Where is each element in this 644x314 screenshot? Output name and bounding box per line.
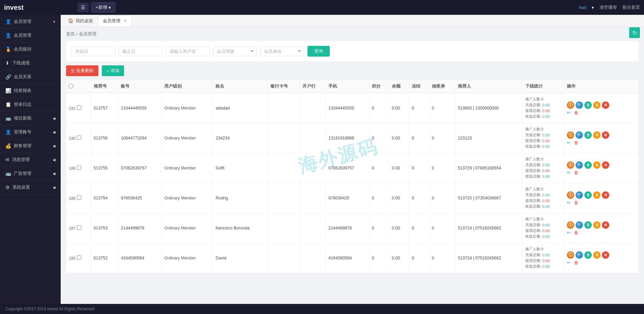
td-bank-card (267, 153, 299, 183)
sidebar-item-member-list[interactable]: 👤 会员管理 (0, 29, 61, 42)
delete-action-button[interactable]: ✕ (602, 131, 609, 139)
frontend-home-button[interactable]: 前台首页 (622, 4, 640, 10)
delete-button[interactable]: 🗑 (574, 200, 578, 205)
recharge-button[interactable]: $ (584, 191, 592, 199)
refresh-button[interactable]: ↻ (629, 27, 640, 38)
td-level: Ordinary Member (162, 123, 213, 153)
identity-select[interactable]: 会员身份 (260, 46, 304, 56)
row-checkbox[interactable] (77, 195, 81, 200)
add-icon: + (107, 68, 109, 73)
delete-button[interactable]: 🗑 (574, 230, 578, 235)
sidebar-item-login-log[interactable]: 📋 登录日志 (0, 98, 61, 112)
search-button[interactable]: 🔍 (576, 131, 583, 139)
member-table: 推荐号 账号 用户级别 姓名 银行卡号 开户行 手机 积分 余额 冻结 抽奖券 … (66, 80, 639, 273)
topbar-right: fool ▾ 清空缓存 前台首页 (579, 4, 640, 10)
sidebar-item-finance[interactable]: 💰 财务管理 ◀ (0, 139, 61, 153)
edit-button[interactable]: ✏ (567, 140, 570, 145)
withdraw-button[interactable]: ¥ (593, 251, 601, 259)
sidebar-item-manage-acct[interactable]: 👤 管理账号 ◀ (0, 125, 61, 139)
recharge-button[interactable]: $ (584, 161, 592, 169)
new-add-button[interactable]: +新增 ▾ (91, 2, 115, 12)
delete-action-button[interactable]: ✕ (602, 251, 609, 259)
start-date-input[interactable] (71, 46, 115, 56)
row-checkbox[interactable] (77, 165, 81, 170)
info-button[interactable]: ⓘ (567, 221, 574, 229)
td-bank-card (267, 93, 299, 123)
tab-label: 我的桌面 (76, 18, 93, 24)
td-bank-card (267, 183, 299, 213)
recharge-button[interactable]: $ (584, 251, 592, 259)
sidebar: 👤 会员管理 ▾ 👤 会员管理 🏅 会员级别 ⬇ 下线成绩 🔗 会员关系 📊 结… (0, 15, 61, 304)
withdraw-button[interactable]: ¥ (593, 101, 601, 109)
tab-close-icon[interactable]: ✕ (124, 19, 127, 23)
td-num: 190 (66, 123, 91, 153)
row-checkbox[interactable] (77, 105, 81, 110)
th-referrer: 推荐人 (455, 80, 522, 93)
recharge-button[interactable]: $ (584, 131, 592, 139)
sidebar-item-settlement[interactable]: 📊 结算报表 (0, 84, 61, 98)
bulk-delete-button[interactable]: ☰ 批量删除 (66, 65, 98, 76)
sidebar-item-msg[interactable]: ✉ 消息管理 ◀ (0, 153, 61, 167)
level-select[interactable]: 会员等级 (213, 46, 257, 56)
edit-button[interactable]: ✏ (567, 230, 570, 235)
info-button[interactable]: ⓘ (567, 131, 574, 139)
row-checkbox[interactable] (77, 135, 81, 140)
sidebar-item-project-news[interactable]: 🚌 项目新闻 ◀ (0, 112, 61, 125)
search-button[interactable]: 🔍 (576, 191, 583, 199)
edit-button[interactable]: ✏ (567, 260, 570, 265)
search-button[interactable]: 🔍 (576, 101, 583, 109)
td-level: Ordinary Member (162, 213, 213, 243)
edit-button[interactable]: ✏ (567, 110, 570, 115)
delete-button[interactable]: 🗑 (574, 260, 578, 265)
edit-button[interactable]: ✏ (567, 200, 570, 205)
sidebar-item-settings[interactable]: ⚙ 系统设置 ◀ (0, 181, 61, 194)
user-dropdown-icon: ▾ (592, 5, 594, 10)
withdraw-button[interactable]: ¥ (593, 131, 601, 139)
sidebar-item-downline[interactable]: ⬇ 下线成绩 (0, 56, 61, 70)
info-button[interactable]: ⓘ (567, 251, 574, 259)
delete-action-button[interactable]: ✕ (602, 161, 609, 169)
breadcrumb-home[interactable]: 首页 (66, 31, 75, 37)
user-link[interactable]: fool (579, 5, 586, 10)
row-checkbox[interactable] (77, 225, 81, 230)
sidebar-item-label: 管理账号 (14, 129, 31, 135)
delete-action-button[interactable]: ✕ (602, 191, 609, 199)
clear-cache-button[interactable]: 清空缓存 (599, 4, 617, 10)
delete-button[interactable]: 🗑 (574, 110, 578, 115)
sidebar-item-label: 广告管理 (14, 170, 31, 177)
sidebar-item-member-rel[interactable]: 🔗 会员关系 (0, 70, 61, 84)
recharge-button[interactable]: $ (584, 101, 592, 109)
search-button[interactable]: 🔍 (576, 251, 583, 259)
td-balance: 0.00 (389, 153, 409, 183)
action-row: ☰ 批量删除 + 添加 (66, 65, 639, 76)
td-name: adadad (213, 93, 267, 123)
add-button[interactable]: + 添加 (102, 65, 124, 76)
delete-button[interactable]: 🗑 (574, 170, 578, 175)
tab-member-mgmt[interactable]: 会员管理 ✕ (98, 15, 132, 26)
end-date-input[interactable] (119, 46, 163, 56)
info-button[interactable]: ⓘ (567, 101, 574, 109)
withdraw-button[interactable]: ¥ (593, 221, 601, 229)
query-button[interactable]: 查询 (308, 46, 330, 57)
username-input[interactable] (166, 46, 210, 56)
recharge-button[interactable]: $ (584, 221, 592, 229)
tab-desktop[interactable]: 🏠 我的桌面 (63, 16, 98, 26)
search-button[interactable]: 🔍 (576, 161, 583, 169)
sidebar-item-member-level[interactable]: 🏅 会员级别 (0, 42, 61, 56)
sidebar-item-member-mgmt-parent[interactable]: 👤 会员管理 ▾ (0, 15, 61, 29)
search-button[interactable]: 🔍 (576, 221, 583, 229)
delete-action-button[interactable]: ✕ (602, 221, 609, 229)
delete-button[interactable]: 🗑 (574, 140, 578, 145)
row-checkbox[interactable] (77, 255, 81, 260)
withdraw-button[interactable]: ¥ (593, 161, 601, 169)
info-button[interactable]: ⓘ (567, 191, 574, 199)
withdraw-button[interactable]: ¥ (593, 191, 601, 199)
edit-button[interactable]: ✏ (567, 170, 570, 175)
select-all-checkbox[interactable] (69, 84, 73, 88)
chevron-left-icon: ◀ (53, 116, 55, 121)
menu-toggle-button[interactable]: ☰ (78, 3, 89, 12)
sidebar-item-ad[interactable]: 🚌 广告管理 ◀ (0, 167, 61, 181)
info-button[interactable]: ⓘ (567, 161, 574, 169)
delete-action-button[interactable]: ✕ (602, 101, 609, 109)
sidebar-item-label: 会员管理 (14, 32, 31, 38)
